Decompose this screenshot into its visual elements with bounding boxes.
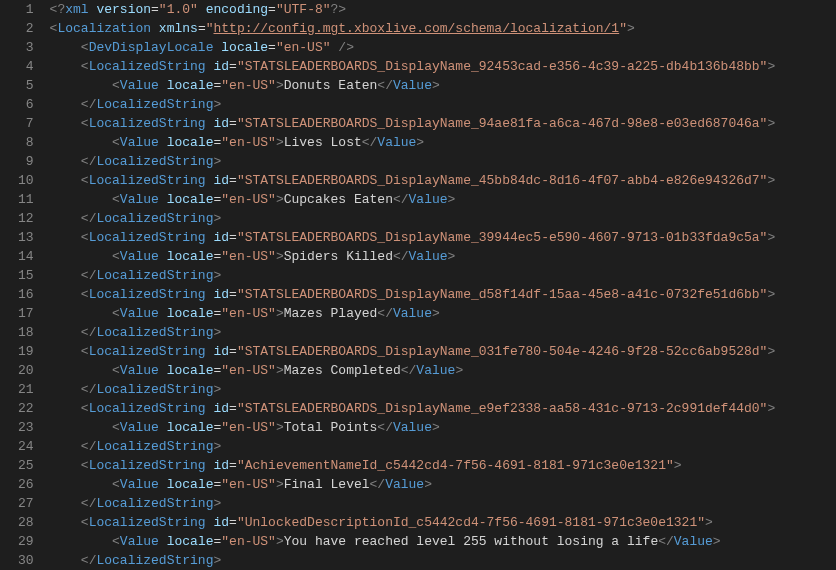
code-line[interactable]: <Value locale="en-US">Final Level</Value… bbox=[50, 475, 776, 494]
line-number: 30 bbox=[18, 551, 34, 570]
code-line[interactable]: <LocalizedString id="STATSLEADERBOARDS_D… bbox=[50, 228, 776, 247]
line-number: 28 bbox=[18, 513, 34, 532]
line-number: 1 bbox=[18, 0, 34, 19]
code-line[interactable]: </LocalizedString> bbox=[50, 380, 776, 399]
line-number-gutter: 1234567891011121314151617181920212223242… bbox=[0, 0, 46, 570]
line-number: 27 bbox=[18, 494, 34, 513]
line-number: 2 bbox=[18, 19, 34, 38]
line-number: 26 bbox=[18, 475, 34, 494]
line-number: 11 bbox=[18, 190, 34, 209]
line-number: 19 bbox=[18, 342, 34, 361]
code-line[interactable]: <LocalizedString id="STATSLEADERBOARDS_D… bbox=[50, 114, 776, 133]
line-number: 14 bbox=[18, 247, 34, 266]
code-line[interactable]: </LocalizedString> bbox=[50, 494, 776, 513]
line-number: 8 bbox=[18, 133, 34, 152]
line-number: 5 bbox=[18, 76, 34, 95]
line-number: 25 bbox=[18, 456, 34, 475]
code-area[interactable]: <?xml version="1.0" encoding="UTF-8"?><L… bbox=[46, 0, 780, 570]
line-number: 20 bbox=[18, 361, 34, 380]
line-number: 7 bbox=[18, 114, 34, 133]
code-line[interactable]: <LocalizedString id="AchievementNameId_c… bbox=[50, 456, 776, 475]
code-line[interactable]: <Value locale="en-US">Cupcakes Eaten</Va… bbox=[50, 190, 776, 209]
line-number: 4 bbox=[18, 57, 34, 76]
code-line[interactable]: <Value locale="en-US">Mazes Played</Valu… bbox=[50, 304, 776, 323]
code-line[interactable]: <DevDisplayLocale locale="en-US" /> bbox=[50, 38, 776, 57]
line-number: 18 bbox=[18, 323, 34, 342]
line-number: 15 bbox=[18, 266, 34, 285]
line-number: 9 bbox=[18, 152, 34, 171]
line-number: 13 bbox=[18, 228, 34, 247]
line-number: 21 bbox=[18, 380, 34, 399]
code-line[interactable]: <Localization xmlns="http://config.mgt.x… bbox=[50, 19, 776, 38]
code-line[interactable]: <LocalizedString id="STATSLEADERBOARDS_D… bbox=[50, 57, 776, 76]
code-line[interactable]: </LocalizedString> bbox=[50, 209, 776, 228]
code-line[interactable]: </LocalizedString> bbox=[50, 152, 776, 171]
line-number: 24 bbox=[18, 437, 34, 456]
code-line[interactable]: <LocalizedString id="UnlockedDescription… bbox=[50, 513, 776, 532]
code-line[interactable]: <Value locale="en-US">You have reached l… bbox=[50, 532, 776, 551]
line-number: 12 bbox=[18, 209, 34, 228]
code-line[interactable]: </LocalizedString> bbox=[50, 266, 776, 285]
code-editor[interactable]: 1234567891011121314151617181920212223242… bbox=[0, 0, 836, 570]
code-line[interactable]: <LocalizedString id="STATSLEADERBOARDS_D… bbox=[50, 399, 776, 418]
code-line[interactable]: <Value locale="en-US">Total Points</Valu… bbox=[50, 418, 776, 437]
code-line[interactable]: <Value locale="en-US">Lives Lost</Value> bbox=[50, 133, 776, 152]
code-line[interactable]: <Value locale="en-US">Spiders Killed</Va… bbox=[50, 247, 776, 266]
line-number: 17 bbox=[18, 304, 34, 323]
code-line[interactable]: <LocalizedString id="STATSLEADERBOARDS_D… bbox=[50, 171, 776, 190]
code-line[interactable]: <?xml version="1.0" encoding="UTF-8"?> bbox=[50, 0, 776, 19]
line-number: 3 bbox=[18, 38, 34, 57]
code-line[interactable]: </LocalizedString> bbox=[50, 323, 776, 342]
line-number: 10 bbox=[18, 171, 34, 190]
code-line[interactable]: <LocalizedString id="STATSLEADERBOARDS_D… bbox=[50, 342, 776, 361]
code-line[interactable]: </LocalizedString> bbox=[50, 551, 776, 570]
code-line[interactable]: <LocalizedString id="STATSLEADERBOARDS_D… bbox=[50, 285, 776, 304]
code-line[interactable]: <Value locale="en-US">Mazes Completed</V… bbox=[50, 361, 776, 380]
line-number: 23 bbox=[18, 418, 34, 437]
line-number: 16 bbox=[18, 285, 34, 304]
code-line[interactable]: <Value locale="en-US">Donuts Eaten</Valu… bbox=[50, 76, 776, 95]
code-line[interactable]: </LocalizedString> bbox=[50, 437, 776, 456]
line-number: 6 bbox=[18, 95, 34, 114]
line-number: 22 bbox=[18, 399, 34, 418]
code-line[interactable]: </LocalizedString> bbox=[50, 95, 776, 114]
line-number: 29 bbox=[18, 532, 34, 551]
